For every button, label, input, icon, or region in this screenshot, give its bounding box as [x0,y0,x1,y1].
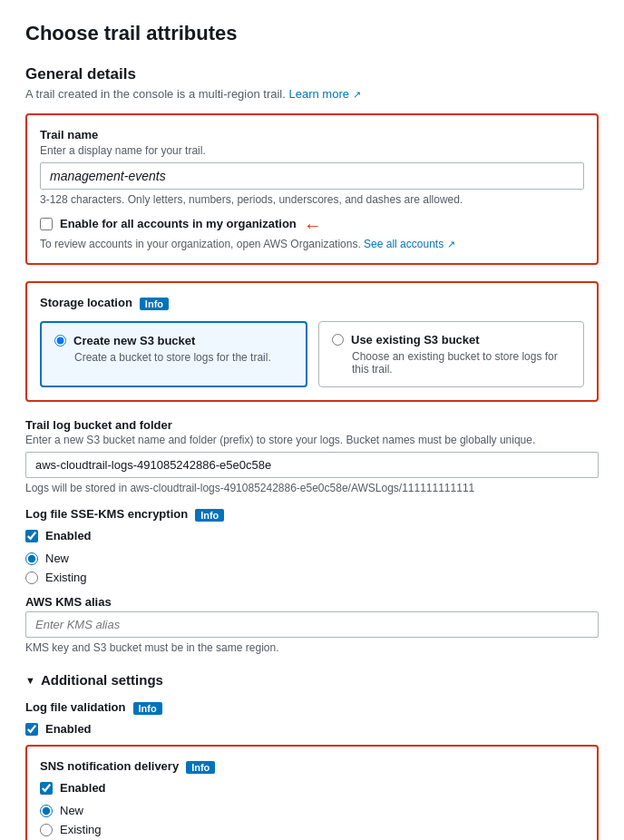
sse-enabled-checkbox[interactable] [25,530,38,542]
kms-hint: KMS key and S3 bucket must be in the sam… [25,641,599,654]
trail-log-input[interactable] [25,452,599,478]
sns-existing-radio[interactable] [40,824,53,836]
additional-settings-section: ▼ Additional settings Log file validatio… [25,672,599,840]
sns-new-radio[interactable] [40,805,53,817]
sse-kms-label: Log file SSE-KMS encryption [25,507,188,521]
trail-log-desc: Enter a new S3 bucket name and folder (p… [25,434,599,446]
use-existing-radio[interactable] [332,334,344,346]
enable-org-row: Enable for all accounts in my organizati… [40,217,297,230]
page-title: Choose trail attributes [25,22,599,45]
kms-alias-section: AWS KMS alias KMS key and S3 bucket must… [25,595,599,654]
log-validation-label: Log file validation [25,700,126,714]
sse-enabled-label: Enabled [45,529,92,542]
learn-more-link[interactable]: Learn more ↗ [288,87,360,101]
sns-section: SNS notification delivery Info Enabled N… [25,745,599,840]
sse-kms-section: Log file SSE-KMS encryption Info Enabled… [25,507,599,584]
enable-org-label: Enable for all accounts in my organizati… [60,217,297,230]
log-validation-enabled-row: Enabled [25,722,599,736]
sse-existing-label: Existing [45,571,87,584]
log-file-validation-section: Log file validation Info Enabled [25,700,599,736]
additional-settings-header[interactable]: ▼ Additional settings [25,672,599,688]
see-all-accounts-icon: ↗ [447,239,455,249]
use-existing-card[interactable]: Use existing S3 bucket Choose an existin… [318,321,584,387]
storage-header: Storage location Info [40,296,584,312]
sse-new-label: New [45,552,69,565]
additional-settings-title: Additional settings [41,672,163,688]
create-new-card[interactable]: Create new S3 bucket Create a bucket to … [40,321,307,387]
trail-name-constraint: 3-128 characters. Only letters, numbers,… [40,193,584,206]
trail-name-hint: Enter a display name for your trail. [40,144,584,157]
trail-name-box: Trail name Enter a display name for your… [25,113,599,265]
log-validation-enabled-label: Enabled [45,722,92,736]
sns-existing-label: Existing [60,823,102,836]
sse-existing-radio[interactable] [25,571,38,584]
sns-label: SNS notification delivery [40,759,179,773]
log-validation-checkbox[interactable] [25,723,38,736]
create-new-title: Create new S3 bucket [73,334,195,347]
trail-name-label: Trail name [40,128,584,142]
sse-enabled-row: Enabled [25,529,599,542]
storage-info-badge[interactable]: Info [140,298,169,310]
storage-label: Storage location [40,296,132,309]
sns-existing-row: Existing [40,823,584,836]
enable-org-checkbox[interactable] [40,218,53,230]
use-existing-desc: Choose an existing bucket to store logs … [352,350,570,376]
general-details-subtitle: A trail created in the console is a mult… [25,87,599,101]
logs-path: Logs will be stored in aws-cloudtrail-lo… [25,482,599,494]
page-container: Choose trail attributes General details … [0,0,624,840]
sse-info-badge[interactable]: Info [195,509,224,522]
org-hint: To review accounts in your organization,… [40,238,584,250]
sns-enabled-label: Enabled [60,781,106,795]
sse-existing-row: Existing [25,571,599,584]
log-validation-info-badge[interactable]: Info [133,702,162,715]
general-details-title: General details [25,65,599,83]
create-new-radio[interactable] [54,335,66,347]
external-link-icon: ↗ [353,89,361,100]
sns-new-label: New [60,804,83,817]
trail-log-label: Trail log bucket and folder [25,418,599,432]
create-new-desc: Create a bucket to store logs for the tr… [74,351,293,364]
trail-name-input[interactable] [40,162,584,190]
storage-radio-cards: Create new S3 bucket Create a bucket to … [40,321,584,387]
arrow-annotation: ← [304,215,322,236]
kms-alias-input[interactable] [25,611,599,638]
trail-log-section: Trail log bucket and folder Enter a new … [25,418,599,494]
sns-enabled-row: Enabled [40,781,584,795]
use-existing-title: Use existing S3 bucket [351,333,480,347]
storage-location-box: Storage location Info Create new S3 buck… [25,281,599,402]
chevron-down-icon: ▼ [25,675,35,686]
sse-new-row: New [25,552,599,565]
general-details-section: General details A trail created in the c… [25,65,599,840]
sns-info-badge[interactable]: Info [186,761,215,774]
sse-new-radio[interactable] [25,552,38,565]
sns-new-row: New [40,804,584,817]
kms-alias-label: AWS KMS alias [25,595,599,609]
see-all-accounts-link[interactable]: See all accounts ↗ [364,238,454,250]
sns-enabled-checkbox[interactable] [40,782,53,795]
